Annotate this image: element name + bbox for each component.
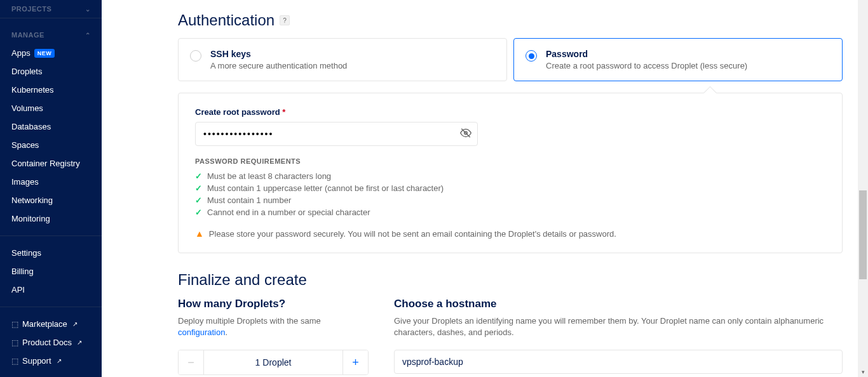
sidebar-item-support[interactable]: ⬚ Support ↗ [0,352,102,370]
sidebar-item-databases[interactable]: Databases [0,117,102,136]
sidebar-item-kubernetes[interactable]: Kubernetes [0,81,102,99]
sidebar-item-label: Droplets [11,67,42,76]
sidebar-item-settings[interactable]: Settings [0,244,102,262]
requirement-text: Must contain 1 number [207,195,291,205]
scrollbar-down-icon[interactable]: ▾ [858,367,868,377]
radio-icon [190,50,201,62]
section-title-text: Authentication [178,11,275,29]
auth-option-desc: A more secure authentication method [210,61,495,70]
field-label-text: Create root password [195,107,280,117]
new-badge: NEW [34,49,55,58]
droplets-subtitle: How many Droplets? [178,298,369,310]
droplet-count-column: How many Droplets? Deploy multiple Dropl… [178,298,369,375]
sidebar-item-label: Billing [11,267,34,276]
auth-options: SSH keys A more secure authentication me… [178,38,843,81]
external-link-icon: ↗ [72,321,78,327]
password-input[interactable] [195,122,478,146]
droplet-count-display: 1 Droplet [204,350,342,374]
count-number: 1 [255,357,261,367]
sidebar-item-label: Support [22,356,51,366]
sidebar-item-label: Kubernetes [11,85,54,95]
configuration-link[interactable]: configuration [178,327,225,337]
sidebar-item-label: Images [11,177,39,187]
scrollbar[interactable]: ▾ [858,0,868,377]
auth-option-title: SSH keys [210,49,495,59]
sidebar-item-label: Volumes [11,103,43,113]
requirement-item: ✓Must contain 1 number [195,194,825,206]
sidebar-item-spaces[interactable]: Spaces [0,136,102,154]
sidebar-item-label: Monitoring [11,214,50,223]
chevron-down-icon: ⌄ [85,6,91,13]
sidebar-item-label: Marketplace [22,319,67,329]
hostname-subtitle: Choose a hostname [394,298,843,310]
check-icon: ✓ [195,195,202,205]
sidebar-item-label: Apps [11,48,31,58]
external-link-icon: ↗ [57,357,62,364]
sidebar-item-label: Settings [11,248,41,258]
sidebar-projects-header[interactable]: PROJECTS ⌄ [0,0,102,18]
sidebar-manage-header[interactable]: MANAGE ⌃ [0,26,102,44]
sidebar-item-billing[interactable]: Billing [0,262,102,281]
sidebar-item-product-docs[interactable]: ⬚ Product Docs ↗ [0,333,102,352]
sidebar-item-apps[interactable]: Apps NEW [0,44,102,62]
sidebar-item-container-registry[interactable]: Container Registry [0,154,102,173]
sidebar-item-monitoring[interactable]: Monitoring [0,209,102,228]
auth-option-title: Password [546,49,831,59]
hostname-column: Choose a hostname Give your Droplets an … [394,298,843,375]
main-content: Authentication ? SSH keys A more secure … [102,0,868,377]
authentication-title: Authentication ? [178,11,843,29]
sidebar-manage-label: MANAGE [11,31,44,39]
warning-text: Please store your password securely. You… [209,229,616,239]
requirement-item: ✓Cannot end in a number or special chara… [195,206,825,218]
password-panel: Create root password * PASSWORD REQUIREM… [178,93,843,253]
sidebar-item-api[interactable]: API [0,281,102,299]
warning-icon: ▲ [195,228,204,239]
radio-icon [526,50,537,62]
requirement-item: ✓Must be at least 8 characters long [195,170,825,182]
sidebar-projects-label: PROJECTS [11,5,51,13]
support-icon: ⬚ [11,357,18,366]
section-title-text: Finalize and create [178,271,307,289]
sidebar-item-label: Product Docs [22,338,72,347]
sidebar-item-images[interactable]: Images [0,173,102,191]
sidebar-item-label: Spaces [11,140,39,150]
requirement-item: ✓Must contain 1 uppercase letter (cannot… [195,182,825,194]
external-link-icon: ↗ [77,339,82,346]
sidebar-item-marketplace[interactable]: ⬚ Marketplace ↗ [0,315,102,333]
sidebar-item-volumes[interactable]: Volumes [0,99,102,117]
chevron-up-icon: ⌃ [85,32,91,39]
docs-icon: ⬚ [11,338,18,347]
help-icon[interactable]: ? [280,15,290,25]
check-icon: ✓ [195,183,202,193]
auth-option-ssh[interactable]: SSH keys A more secure authentication me… [178,38,507,81]
toggle-visibility-icon[interactable] [460,128,471,141]
password-input-wrap [195,122,478,146]
sidebar-item-networking[interactable]: Networking [0,191,102,209]
droplets-desc: Deploy multiple Droplets with the same c… [178,315,369,338]
auth-option-desc: Create a root password to access Droplet… [546,61,831,70]
requirements-title: PASSWORD REQUIREMENTS [195,157,825,165]
hostname-input[interactable] [394,350,843,374]
sidebar-item-label: Networking [11,195,53,205]
scrollbar-thumb[interactable] [859,190,867,279]
sidebar: PROJECTS ⌄ MANAGE ⌃ Apps NEW Droplets Ku… [0,0,102,377]
check-icon: ✓ [195,208,202,217]
increment-button[interactable]: + [342,350,368,374]
requirement-text: Cannot end in a number or special charac… [207,208,370,217]
droplet-count-stepper: − 1 Droplet + [178,350,369,375]
sidebar-item-droplets[interactable]: Droplets [0,62,102,81]
count-unit: Droplet [262,357,291,367]
requirement-text: Must contain 1 uppercase letter (cannot … [207,183,444,193]
sidebar-item-label: Databases [11,122,51,131]
cube-icon: ⬚ [11,320,18,329]
requirement-text: Must be at least 8 characters long [207,171,331,181]
sidebar-item-label: Container Registry [11,159,80,168]
auth-option-password[interactable]: Password Create a root password to acces… [513,38,843,81]
desc-text: . [225,327,227,337]
requirements-list: ✓Must be at least 8 characters long ✓Mus… [195,170,825,218]
required-asterisk: * [282,107,285,117]
sidebar-item-label: API [11,285,25,294]
decrement-button[interactable]: − [179,350,204,374]
finalize-title: Finalize and create [178,271,843,289]
password-label: Create root password * [195,107,825,117]
